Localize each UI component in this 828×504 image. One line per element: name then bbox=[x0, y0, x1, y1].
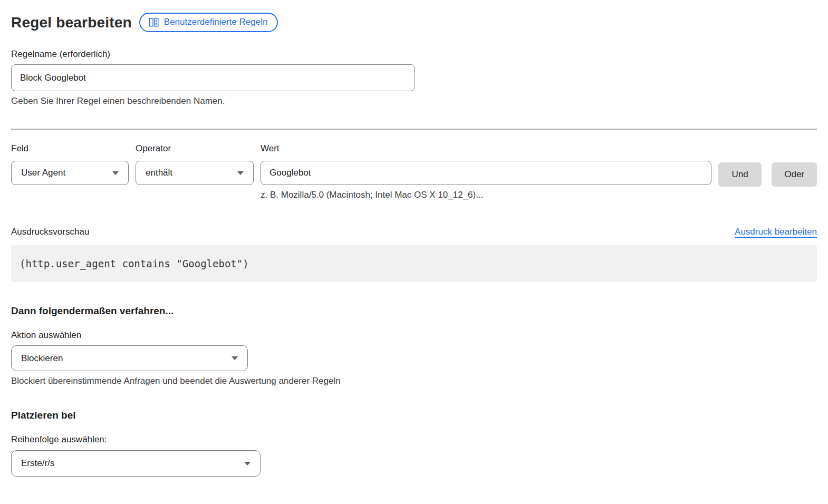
field-column: Feld User Agent bbox=[11, 143, 129, 185]
expression-preview-box: (http.user_agent contains "Googlebot") bbox=[11, 245, 817, 282]
operator-column: Operator enthält bbox=[136, 143, 254, 185]
condition-logic-buttons: Und Oder bbox=[718, 143, 817, 187]
value-column: Wert z. B. Mozilla/5.0 (Macintosh; Intel… bbox=[261, 143, 711, 200]
chevron-down-icon bbox=[244, 462, 251, 466]
chevron-down-icon bbox=[232, 356, 238, 360]
operator-select[interactable]: enthält bbox=[136, 161, 254, 185]
placement-order-select[interactable]: Erste/r/s bbox=[11, 450, 261, 477]
action-select-value: Blockieren bbox=[21, 353, 63, 364]
custom-rules-badge-label: Benutzerdefinierte Regeln bbox=[164, 17, 268, 27]
and-button[interactable]: Und bbox=[718, 162, 762, 187]
placement-order-label: Reihenfolge auswählen: bbox=[11, 434, 817, 445]
action-section-heading: Dann folgendermaßen verfahren... bbox=[11, 305, 817, 317]
field-label: Feld bbox=[11, 143, 129, 154]
value-label: Wert bbox=[261, 143, 711, 154]
placement-order-value: Erste/r/s bbox=[21, 458, 54, 469]
chevron-down-icon bbox=[237, 171, 244, 175]
action-help: Blockiert übereinstimmende Anfragen und … bbox=[11, 376, 817, 386]
section-divider bbox=[11, 129, 817, 130]
operator-select-value: enthält bbox=[146, 168, 172, 178]
rule-name-input[interactable] bbox=[11, 64, 415, 91]
condition-row: Feld User Agent Operator enthält Wert z.… bbox=[11, 143, 817, 200]
chevron-down-icon bbox=[112, 171, 119, 175]
field-select[interactable]: User Agent bbox=[11, 161, 129, 185]
action-select[interactable]: Blockieren bbox=[11, 345, 248, 371]
field-select-value: User Agent bbox=[21, 168, 65, 178]
expression-code: (http.user_agent contains "Googlebot") bbox=[20, 258, 249, 269]
rule-name-label: Regelname (erforderlich) bbox=[11, 49, 817, 60]
custom-rules-badge[interactable]: Benutzerdefinierte Regeln bbox=[139, 13, 278, 32]
rule-name-help: Geben Sie Ihrer Regel einen beschreibend… bbox=[11, 96, 817, 106]
edit-expression-link[interactable]: Ausdruck bearbeiten bbox=[735, 227, 817, 237]
placement-section-heading: Platzieren bei bbox=[11, 410, 817, 421]
rule-edit-page: Regel bearbeiten Benutzerdefinierte Rege… bbox=[0, 0, 828, 498]
page-header: Regel bearbeiten Benutzerdefinierte Rege… bbox=[11, 13, 817, 32]
expression-preview-label: Ausdrucksvorschau bbox=[11, 227, 89, 237]
page-title: Regel bearbeiten bbox=[11, 14, 132, 31]
operator-label: Operator bbox=[136, 143, 254, 154]
value-help: z. B. Mozilla/5.0 (Macintosh; Intel Mac … bbox=[261, 190, 711, 200]
open-book-icon bbox=[148, 17, 159, 27]
action-select-label: Aktion auswählen bbox=[11, 330, 817, 341]
or-button[interactable]: Oder bbox=[772, 162, 817, 187]
value-input[interactable] bbox=[261, 161, 711, 185]
expression-header: Ausdrucksvorschau Ausdruck bearbeiten bbox=[11, 227, 817, 237]
